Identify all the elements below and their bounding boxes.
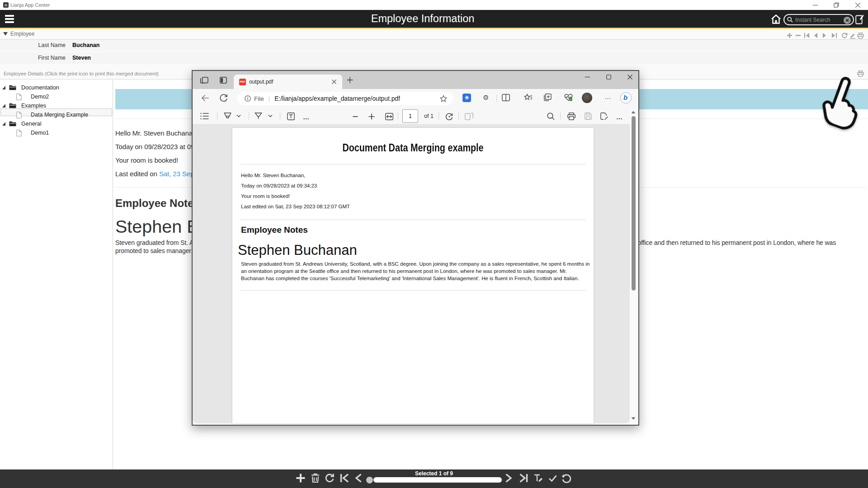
tree-item-data-merging-example[interactable]: Data Merging Example xyxy=(16,110,88,119)
undo-icon[interactable] xyxy=(561,473,572,483)
tree-item-demo2[interactable]: Demo2 xyxy=(16,92,49,101)
draw-tool-icon[interactable] xyxy=(255,113,262,120)
refresh-icon[interactable] xyxy=(841,33,848,39)
fit-width-icon[interactable] xyxy=(385,113,393,120)
popup-close-button[interactable] xyxy=(623,71,637,83)
tab-actions-icon[interactable] xyxy=(220,77,227,84)
pdf-edited-line: Last edited on Sat, 23 Sep 2023 08:12:07… xyxy=(241,204,350,209)
app-icon xyxy=(3,2,9,8)
scroll-down-icon[interactable] xyxy=(631,417,636,420)
favorite-star-icon[interactable] xyxy=(440,95,447,102)
filter-icon[interactable] xyxy=(3,32,8,36)
pdf-file-icon: PDF xyxy=(239,79,246,85)
favorites-icon[interactable] xyxy=(524,94,533,101)
panel-divider xyxy=(113,80,113,470)
pdf-more-tools-icon[interactable]: … xyxy=(303,113,310,121)
record-form: Last Name Buchanan First Name Steven xyxy=(0,40,868,64)
toc-icon[interactable] xyxy=(200,113,209,120)
tree-item-documentation[interactable]: Documentation xyxy=(2,83,59,92)
edit-field-icon[interactable] xyxy=(533,473,543,483)
toolbar-separator xyxy=(496,94,497,102)
tree-item-demo1[interactable]: Demo1 xyxy=(16,128,49,137)
pdf-divider-1 xyxy=(241,164,585,164)
instant-search-input[interactable]: Instant Search ✕ xyxy=(783,14,854,25)
pdf-date-line: Today on 09/28/2023 at 09:34:23 xyxy=(241,183,317,188)
last-page-icon[interactable] xyxy=(519,473,529,483)
notes-icon[interactable] xyxy=(855,14,864,24)
window-restore-button[interactable] xyxy=(830,0,843,10)
add-record-icon[interactable] xyxy=(787,33,793,38)
scroll-up-icon[interactable] xyxy=(631,111,636,114)
new-tab-icon[interactable] xyxy=(347,77,353,83)
pdf-content-area: Document Data Merging example Hello Mr. … xyxy=(193,125,638,425)
doc-greeting: Hello Mr. Steven Buchanan, xyxy=(115,129,198,137)
tree-item-label: Examples xyxy=(21,103,46,109)
browser-menu-icon[interactable]: … xyxy=(604,93,612,100)
draw-dropdown-icon[interactable] xyxy=(268,114,273,117)
collections-icon[interactable] xyxy=(544,94,552,101)
tab-title: output.pdf xyxy=(249,79,273,85)
lastname-value[interactable]: Buchanan xyxy=(72,40,99,51)
zoom-out-icon[interactable] xyxy=(353,116,358,117)
delete-record-icon[interactable] xyxy=(795,33,801,38)
record-slider-track[interactable] xyxy=(373,477,502,483)
profile-avatar[interactable] xyxy=(582,93,592,103)
page-number-input[interactable]: 1 xyxy=(402,109,418,123)
info-icon[interactable] xyxy=(245,95,251,102)
back-icon[interactable] xyxy=(201,94,209,102)
tab-close-icon[interactable] xyxy=(332,80,336,84)
doc-room-line: Your room is booked! xyxy=(115,156,178,164)
popup-minimize-button[interactable] xyxy=(580,71,594,83)
prev-record-icon[interactable] xyxy=(813,33,818,38)
extensions-icon[interactable]: ⚙ xyxy=(483,94,489,102)
split-screen-icon[interactable] xyxy=(502,94,510,101)
tree-item-examples[interactable]: Examples xyxy=(2,101,46,110)
popup-maximize-button[interactable] xyxy=(602,71,615,83)
rotate-icon[interactable] xyxy=(445,113,453,121)
window-close-button[interactable] xyxy=(851,0,864,10)
home-icon[interactable] xyxy=(771,14,781,24)
extension-m365-icon[interactable]: ❋ xyxy=(462,94,471,102)
pdf-scrollbar-thumb[interactable] xyxy=(632,116,636,291)
text-tool-icon[interactable] xyxy=(287,113,295,120)
confirm-icon[interactable] xyxy=(548,473,557,483)
pdf-menu-icon[interactable]: … xyxy=(616,113,623,121)
browser-refresh-icon[interactable] xyxy=(219,94,228,102)
pdf-notes-paragraph: Steven graduated from St. Andrews Univer… xyxy=(241,260,590,282)
bing-chat-icon[interactable]: b xyxy=(620,92,632,103)
zoom-in-icon[interactable] xyxy=(368,113,375,120)
next-page-icon[interactable] xyxy=(505,473,513,483)
hand-cursor-icon xyxy=(812,71,868,135)
workspaces-icon[interactable] xyxy=(200,77,208,84)
firstname-value[interactable]: Steven xyxy=(72,52,91,63)
tree-item-label: General xyxy=(21,121,41,127)
highlight-dropdown-icon[interactable] xyxy=(236,114,241,117)
pdf-search-icon[interactable] xyxy=(547,113,555,120)
pdf-notes-heading: Employee Notes xyxy=(241,225,308,235)
record-slider-knob[interactable] xyxy=(366,477,373,483)
edit-record-icon[interactable] xyxy=(849,33,856,39)
pdf-print-icon[interactable] xyxy=(567,113,576,120)
first-record-icon[interactable] xyxy=(804,33,810,38)
page-title: Employee Information xyxy=(0,13,845,25)
search-clear-icon[interactable]: ✕ xyxy=(844,17,851,24)
print-icon[interactable] xyxy=(857,33,864,39)
file-icon xyxy=(16,130,22,136)
last-record-icon[interactable] xyxy=(831,33,837,38)
file-icon xyxy=(16,112,22,118)
pdf-viewer-window: PDF output.pdf File | E:/lianja/apps/exa… xyxy=(192,70,639,426)
window-minimize-button[interactable] xyxy=(808,0,822,10)
pdf-divider-3 xyxy=(241,290,585,291)
details-print-icon[interactable] xyxy=(857,70,864,77)
next-record-icon[interactable] xyxy=(822,33,827,38)
tree-item-general[interactable]: General xyxy=(2,119,41,128)
browser-essentials-icon[interactable] xyxy=(564,94,573,101)
highlight-tool-icon[interactable] xyxy=(224,113,231,120)
pdf-scrollbar[interactable] xyxy=(630,109,637,425)
browser-tab[interactable]: PDF output.pdf xyxy=(234,75,342,89)
pdf-save-as-icon[interactable] xyxy=(600,113,609,120)
address-bar-input[interactable]: File | E:/lianja/apps/example_datamerge/… xyxy=(237,92,453,105)
tree-item-label: Demo2 xyxy=(31,94,49,100)
field-row-lastname: Last Name Buchanan xyxy=(0,40,868,51)
selected-count-label: Selected 1 of 9 xyxy=(0,470,868,477)
